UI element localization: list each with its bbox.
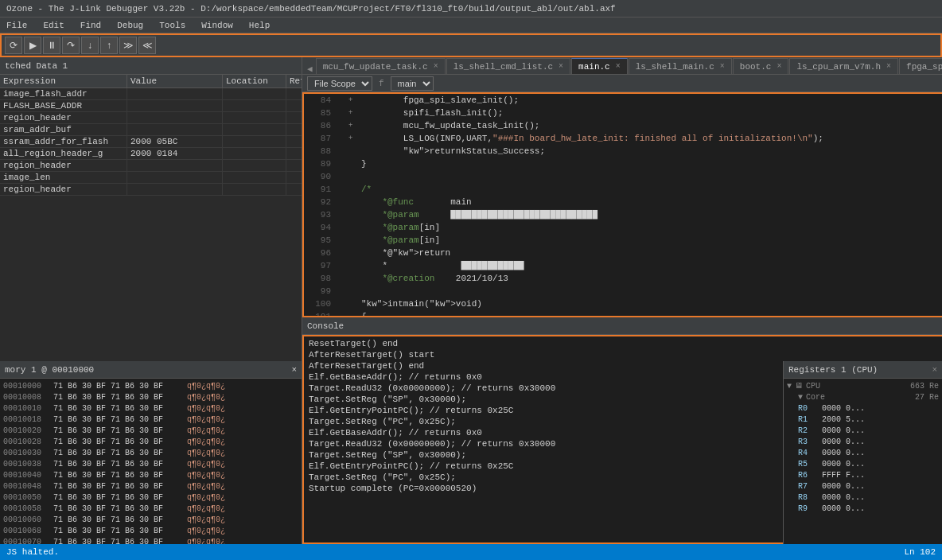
watch-refr (286, 160, 302, 171)
tab-ls-shell-main[interactable]: ls_shell_main.c × (629, 58, 732, 74)
watch-row[interactable]: sram_addr_buf (0, 124, 302, 136)
tab-main-close[interactable]: × (616, 62, 621, 71)
toolbar-step-into[interactable]: ↓ (81, 37, 99, 54)
mem-addr: 00010018 (3, 415, 47, 424)
tab-ls-shell-main-close[interactable]: × (720, 62, 725, 71)
menu-file[interactable]: File (3, 21, 30, 30)
mem-hex: 71 B6 30 BF 71 B6 30 BF (53, 460, 181, 469)
watch-col-headers: Expression Value Location Refr (0, 75, 302, 88)
menu-edit[interactable]: Edit (40, 21, 67, 30)
memory-row: 00010020 71 B6 30 BF 71 B6 30 BF q¶0¿q¶0… (3, 425, 298, 436)
toolbar-step-inst[interactable]: ≫ (119, 37, 137, 54)
editor-area: File Scope f main 84 + fpga_spi_slave_in… (302, 75, 942, 317)
code-lines-container: 84 + fpga_spi_slave_init(); 85 + spifi_f… (304, 94, 942, 317)
toolbar-step-out[interactable]: ↑ (100, 37, 118, 54)
tab-mcu-fw-close[interactable]: × (434, 62, 438, 71)
mem-addr: 00010068 (3, 527, 47, 535)
watch-col-val: Value (127, 75, 223, 88)
toolbar-run[interactable]: ▶ (24, 37, 41, 54)
menu-tools[interactable]: Tools (156, 21, 189, 30)
tab-main[interactable]: main.c × (571, 58, 628, 74)
code-view[interactable]: 84 + fpga_spi_slave_init(); 85 + spifi_f… (302, 92, 942, 317)
tab-ls-shell-cmd-close[interactable]: × (559, 62, 563, 71)
code-line[interactable]: 95 *@param[in] (304, 234, 942, 247)
watch-refr (286, 136, 302, 147)
toolbar-step-inst2[interactable]: ≪ (138, 37, 156, 54)
console-line: AfterResetTarget() start (309, 349, 942, 360)
code-line[interactable]: 100 "kw">int main("kw">void) (304, 298, 942, 310)
tab-ls-cpu-close[interactable]: × (886, 62, 891, 71)
mem-hex: 71 B6 30 BF 71 B6 30 BF (53, 471, 181, 480)
mem-addr: 00010038 (3, 460, 47, 469)
tab-mcu-fw[interactable]: mcu_fw_update_task.c × (316, 58, 446, 74)
code-expand[interactable]: + (348, 122, 360, 130)
memory-row: 00010068 71 B6 30 BF 71 B6 30 BF q¶0¿q¶0… (3, 525, 298, 536)
menu-window[interactable]: Window (198, 21, 236, 30)
tab-boot[interactable]: boot.c × (733, 58, 789, 74)
tab-ls-shell-cmd[interactable]: ls_shell_cmd_list.c × (446, 58, 570, 74)
code-line[interactable]: 88 "kw">return kStatus_Success; (304, 145, 942, 158)
line-number: 90 (304, 172, 336, 181)
code-line[interactable]: 97 * ████████████ (304, 259, 942, 272)
code-line[interactable]: 98 *@creation 2021/10/13 (304, 272, 942, 285)
mem-hex: 71 B6 30 BF 71 B6 30 BF (53, 415, 181, 424)
code-text: { (360, 312, 367, 317)
watch-row[interactable]: image_len (0, 172, 302, 184)
mem-addr: 00010010 (3, 404, 47, 413)
mem-ascii: q¶0¿q¶0¿ (187, 415, 225, 424)
code-expand[interactable]: + (348, 134, 360, 142)
code-line[interactable]: 86 + mcu_fw_update_task_init(); (304, 119, 942, 132)
watch-row[interactable]: region_header (0, 184, 302, 196)
memory-row: 00010028 71 B6 30 BF 71 B6 30 BF q¶0¿q¶0… (3, 436, 298, 447)
code-line[interactable]: 94 *@param[in] (304, 221, 942, 234)
func-scope-dropdown[interactable]: main (391, 76, 434, 91)
tab-fpga[interactable]: fpga_sp... × (899, 58, 942, 74)
code-line[interactable]: 101 { (304, 310, 942, 317)
code-line[interactable]: 96 *@"kw">return (304, 247, 942, 259)
code-line[interactable]: 89 } (304, 158, 942, 170)
menu-find[interactable]: Find (77, 21, 104, 30)
watch-location (223, 124, 286, 135)
code-expand[interactable]: + (348, 109, 360, 117)
mem-ascii: q¶0¿q¶0¿ (187, 393, 225, 402)
code-line[interactable]: 90 (304, 170, 942, 183)
watch-row[interactable]: region_header (0, 160, 302, 172)
code-line[interactable]: 85 + spifi_flash_init(); (304, 107, 942, 119)
watch-row[interactable]: region_header (0, 112, 302, 124)
watch-value (127, 160, 223, 171)
tabs-bar: ◀ mcu_fw_update_task.c × ls_shell_cmd_li… (302, 57, 942, 75)
code-line[interactable]: 92 *@func main (304, 196, 942, 208)
watch-row[interactable]: image_flash_addr (0, 88, 302, 100)
code-line[interactable]: 87 + LS_LOG(INFO,UART,"###In board_hw_la… (304, 132, 942, 145)
code-line[interactable]: 99 (304, 285, 942, 298)
watch-row[interactable]: ssram_addr_for_flash 2000 05BC (0, 136, 302, 148)
line-number: 89 (304, 159, 336, 169)
watch-row[interactable]: FLASH_BASE_ADDR (0, 100, 302, 112)
tabs-left-arrow[interactable]: ◀ (304, 64, 316, 74)
watch-refr (286, 88, 302, 99)
mem-ascii: q¶0¿q¶0¿ (187, 460, 225, 469)
menu-help[interactable]: Help (246, 21, 273, 30)
watch-row[interactable]: all_region_header_g 2000 0184 (0, 148, 302, 160)
watch-value (127, 124, 223, 135)
menu-debug[interactable]: Debug (114, 21, 146, 30)
toolbar-pause[interactable]: ⏸ (43, 37, 60, 54)
code-line[interactable]: 91 /* (304, 183, 942, 196)
memory-content[interactable]: 00010000 71 B6 30 BF 71 B6 30 BF q¶0¿q¶0… (0, 379, 302, 560)
tab-boot-close[interactable]: × (777, 62, 781, 71)
code-text: /* (360, 185, 372, 194)
code-line[interactable]: 84 + fpga_spi_slave_init(); (304, 94, 942, 107)
toolbar-reset[interactable]: ⟳ (5, 37, 22, 54)
code-line[interactable]: 93 *@param ████████████████████████████ (304, 208, 942, 221)
watch-table[interactable]: Expression Value Location Refr image_fla… (0, 75, 302, 361)
mem-ascii: q¶0¿q¶0¿ (187, 504, 225, 513)
memory-close[interactable]: × (291, 365, 297, 375)
tab-ls-cpu[interactable]: ls_cpu_arm_v7m.h × (789, 58, 898, 74)
watch-location (223, 160, 286, 171)
file-scope-dropdown[interactable]: File Scope (307, 76, 372, 91)
code-expand[interactable]: + (348, 96, 360, 104)
mem-addr: 00010000 (3, 382, 47, 391)
toolbar-step-over[interactable]: ↷ (62, 37, 80, 54)
code-text: *@param[in] (360, 235, 440, 245)
mem-addr: 00010028 (3, 438, 47, 446)
